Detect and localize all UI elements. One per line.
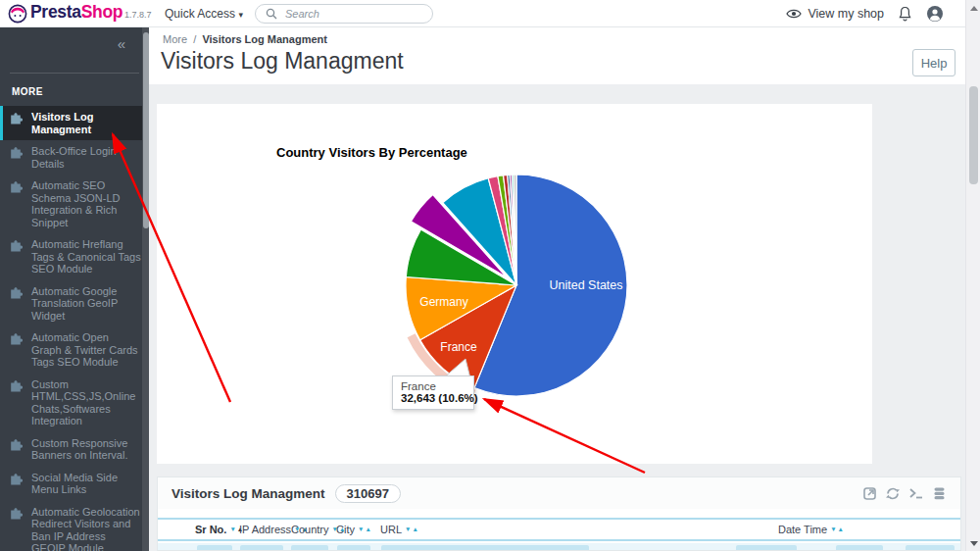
logo-presta: Presta xyxy=(30,2,81,22)
search-box xyxy=(255,4,433,24)
sidebar-nav: « MORE Visitors Log Managment Back-Offic… xyxy=(0,27,149,551)
sidebar-item-visitors-log[interactable]: Visitors Log Managment xyxy=(0,106,149,140)
sidebar-item-geolocation-redirect[interactable]: Automatic Geolocation Redirect Visitors … xyxy=(0,501,149,551)
sort-desc-icon[interactable]: ▼ xyxy=(358,526,364,532)
refresh-icon[interactable] xyxy=(885,486,901,501)
country-visitors-chart-card: Country Visitors By Percentage United St… xyxy=(157,104,872,464)
prestashop-logo-icon xyxy=(8,4,27,24)
puzzle-icon xyxy=(0,238,31,252)
panel-header: Visitors Log Managment 310697 xyxy=(158,477,960,509)
sort-asc-icon[interactable]: ▲ xyxy=(412,526,417,532)
sidebar-scrollbar-thumb[interactable] xyxy=(143,32,149,228)
pie-chart xyxy=(157,104,872,464)
scrollbar-thumb[interactable] xyxy=(969,86,978,184)
sidebar-item-open-graph[interactable]: Automatic Open Graph & Twitter Cards Tag… xyxy=(0,326,149,374)
view-my-shop-link[interactable]: View my shop xyxy=(786,7,884,21)
puzzle-icon xyxy=(0,111,31,125)
sidebar-item-responsive-banners[interactable]: Custom Responsive Banners on Interval. xyxy=(0,432,149,467)
panel-title: Visitors Log Managment xyxy=(172,486,325,501)
notifications-bell-icon[interactable] xyxy=(898,6,912,22)
column-header-url[interactable]: URL▼▲ xyxy=(380,524,418,535)
top-bar-right: View my shop xyxy=(786,0,944,27)
sidebar-item-social-media-links[interactable]: Social Media Side Menu Links xyxy=(0,467,149,501)
prestashop-admin: PrestaShop 1.7.8.7 Quick Access ▾ View m… xyxy=(0,0,980,551)
sidebar-item-custom-html[interactable]: Custom HTML,CSS,JS,Online Chats,Software… xyxy=(0,374,149,432)
filter-input[interactable] xyxy=(291,545,328,551)
panel-toolbar xyxy=(862,486,947,501)
page-scrollbar[interactable] xyxy=(965,0,980,551)
account-avatar-icon[interactable] xyxy=(926,5,944,23)
filter-input[interactable] xyxy=(197,545,232,551)
breadcrumb: More / Visitors Log Managment xyxy=(163,33,327,45)
sidebar-top: « xyxy=(0,27,149,73)
pie-label-france: France xyxy=(440,340,476,354)
main-content: More / Visitors Log Managment Visitors L… xyxy=(149,27,965,551)
export-icon[interactable] xyxy=(862,486,877,501)
puzzle-icon xyxy=(0,285,31,299)
puzzle-icon xyxy=(0,437,31,451)
sort-desc-icon[interactable]: ▼ xyxy=(830,526,836,532)
sidebar-item-seo-schema[interactable]: Automatic SEO Schema JSON-LD Integration… xyxy=(0,175,149,233)
prestashop-logo[interactable]: PrestaShop xyxy=(30,2,122,23)
chevron-down-icon: ▾ xyxy=(238,10,243,20)
table-filter-row xyxy=(158,543,960,551)
breadcrumb-separator: / xyxy=(193,33,196,45)
filter-input[interactable] xyxy=(381,545,589,551)
column-header-date-time[interactable]: Date Time▼▲ xyxy=(778,524,844,535)
sort-desc-icon[interactable]: ▼ xyxy=(405,526,411,532)
puzzle-icon xyxy=(0,378,31,392)
tooltip-country: France xyxy=(401,380,466,392)
sort-asc-icon[interactable]: ▲ xyxy=(365,526,370,532)
help-button[interactable]: Help xyxy=(912,49,956,76)
filter-input[interactable] xyxy=(836,545,883,551)
sidebar-scrollbar[interactable] xyxy=(142,27,149,551)
record-count-badge: 310697 xyxy=(335,484,401,503)
filter-input[interactable] xyxy=(240,545,283,551)
pie-label-germany: Germany xyxy=(419,295,467,309)
sort-desc-icon[interactable]: ▼ xyxy=(229,526,235,532)
visitors-log-panel: Visitors Log Managment 310697 Sr No.▼▲ I… xyxy=(157,476,961,551)
sql-query-console-icon[interactable] xyxy=(908,486,924,500)
puzzle-icon xyxy=(0,145,31,159)
sort-asc-icon[interactable]: ▲ xyxy=(838,526,844,532)
sidebar-section-more: MORE xyxy=(0,74,149,106)
quick-access-menu[interactable]: Quick Access ▾ xyxy=(165,7,243,21)
filter-input[interactable] xyxy=(337,545,370,551)
search-icon xyxy=(266,8,277,20)
tooltip-value: 32,643 (10.6%) xyxy=(401,392,466,404)
chart-tooltip: France 32,643 (10.6%) xyxy=(392,376,474,410)
sidebar-item-back-office-login[interactable]: Back-Office Login Details xyxy=(0,140,149,175)
filter-input[interactable] xyxy=(736,545,797,551)
page-title: Visitors Log Managment xyxy=(161,48,404,75)
column-header-city[interactable]: City▼▲ xyxy=(336,524,371,535)
logo-shop: Shop xyxy=(81,2,123,22)
eye-icon xyxy=(786,8,802,20)
sidebar-item-google-translation[interactable]: Automatic Google Translation GeoIP Widge… xyxy=(0,280,149,327)
active-indicator xyxy=(0,106,3,140)
top-bar: PrestaShop 1.7.8.7 Quick Access ▾ View m… xyxy=(0,0,965,27)
view-my-shop-label: View my shop xyxy=(808,7,884,21)
scroll-up-arrow[interactable] xyxy=(966,0,980,16)
sidebar-collapse-icon[interactable]: « xyxy=(118,35,125,52)
pie-label-united-states: United States xyxy=(549,278,622,292)
puzzle-icon xyxy=(0,331,31,345)
puzzle-icon xyxy=(0,179,31,193)
filter-input[interactable] xyxy=(906,545,955,551)
breadcrumb-parent[interactable]: More xyxy=(163,33,187,45)
scroll-down-arrow[interactable] xyxy=(966,535,980,551)
column-header-sr-no[interactable]: Sr No.▼▲ xyxy=(195,524,243,535)
version-label: 1.7.8.7 xyxy=(124,10,152,20)
search-input[interactable] xyxy=(255,4,433,24)
breadcrumb-current: Visitors Log Managment xyxy=(202,33,327,45)
table-header-row: Sr No.▼▲ IP Address▼▲ Country▼▲ City▼▲ U… xyxy=(158,518,960,541)
page-header: More / Visitors Log Managment Visitors L… xyxy=(149,27,965,84)
puzzle-icon xyxy=(0,506,31,520)
sidebar-item-hreflang-tags[interactable]: Automatic Hreflang Tags & Canonical Tags… xyxy=(0,233,149,280)
puzzle-icon xyxy=(0,472,31,485)
database-icon[interactable] xyxy=(932,486,947,501)
